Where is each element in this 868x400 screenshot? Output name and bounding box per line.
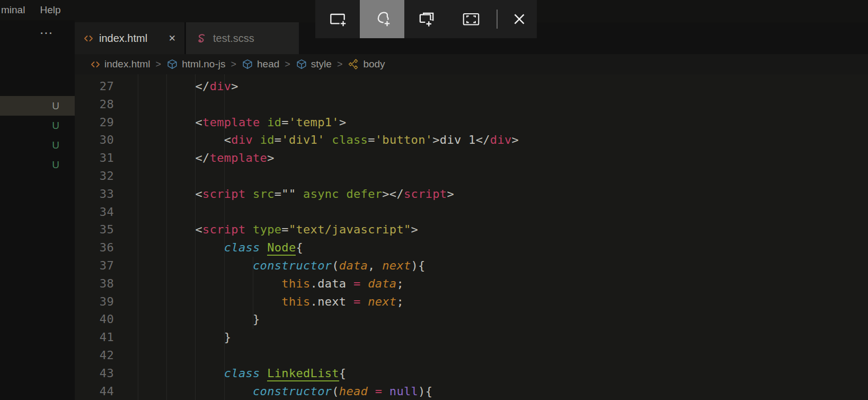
code-token: this: [281, 277, 310, 290]
breadcrumb-item-body[interactable]: body: [348, 58, 385, 70]
code-line[interactable]: constructor(head = null){: [138, 382, 432, 400]
file-list-item[interactable]: U: [0, 96, 75, 116]
code-token: ;: [396, 295, 404, 308]
tab-index-html[interactable]: index.html✕: [75, 22, 184, 54]
code-line[interactable]: class Node{: [138, 239, 303, 257]
code-token: [260, 241, 268, 254]
rect-snip-icon: [327, 9, 348, 29]
code-token: id: [260, 133, 274, 146]
rectangle-snip-button[interactable]: [315, 0, 360, 38]
code-editor[interactable]: 26272829303132333435363738394041424344 h…: [75, 74, 868, 400]
code-token: [138, 331, 224, 344]
code-token: >: [432, 133, 440, 146]
file-list-item[interactable]: U: [0, 116, 75, 135]
code-token: LinkedList: [267, 367, 339, 381]
cube-icon: [296, 58, 307, 70]
line-number: 29: [75, 114, 114, 132]
code-token: type: [253, 223, 281, 236]
menu-item-minal[interactable]: minal: [1, 4, 25, 16]
code-token: .: [311, 295, 318, 308]
more-actions-button[interactable]: ···: [40, 28, 54, 39]
code-line[interactable]: <script src="" async defer></script>: [138, 185, 454, 203]
breadcrumb-item-index-html[interactable]: index.html: [90, 58, 150, 70]
code-token: ){: [418, 385, 432, 398]
code-token: <: [138, 223, 202, 236]
code-token: template: [210, 151, 268, 164]
code-line[interactable]: class LinkedList{: [138, 364, 346, 382]
code-token: [246, 223, 253, 236]
html-icon: [90, 60, 101, 69]
code-token: ></: [382, 187, 404, 201]
code-token: <: [138, 116, 202, 129]
close-snip-button[interactable]: [502, 0, 537, 38]
code-token: >: [447, 187, 454, 201]
breadcrumb-item-head[interactable]: head: [242, 58, 279, 70]
line-number: 35: [75, 221, 114, 239]
code-token: [138, 295, 281, 308]
code-token: template: [202, 116, 260, 129]
code-token: ="": [274, 187, 296, 201]
code-token: (: [332, 259, 339, 272]
code-token: next: [382, 259, 411, 272]
line-number: 31: [75, 149, 114, 167]
code-token: =: [353, 277, 361, 290]
code-token: (: [332, 385, 339, 398]
code-line[interactable]: this.data = data;: [138, 275, 404, 293]
breadcrumb-label: html.no-js: [182, 58, 225, 70]
code-line[interactable]: </template>: [138, 149, 274, 167]
tab-close-button[interactable]: ✕: [169, 33, 176, 44]
breadcrumb-separator-icon: >: [337, 59, 343, 70]
breadcrumb-item-style[interactable]: style: [296, 58, 332, 70]
breadcrumb-label: index.html: [104, 58, 150, 70]
code-token: ){: [411, 259, 426, 272]
code-line[interactable]: }: [138, 328, 231, 346]
window-snip-icon: [417, 9, 437, 29]
code-token: </: [476, 133, 490, 146]
code-token: Node: [267, 241, 296, 256]
code-token: =: [353, 295, 361, 308]
code-token: constructor: [253, 259, 332, 272]
code-token: div: [231, 133, 253, 146]
code-token: head: [339, 385, 368, 398]
code-line[interactable]: this.next = next;: [138, 293, 404, 311]
code-token: class: [224, 367, 260, 380]
window-snip-button[interactable]: [404, 0, 449, 38]
code-token: }: [253, 312, 260, 326]
code-token: [138, 385, 253, 398]
fullscreen-snip-button[interactable]: [449, 0, 493, 38]
code-token: =: [274, 133, 282, 146]
line-number: 34: [75, 203, 114, 221]
tab-test-scss[interactable]: test.scss: [186, 22, 299, 54]
code-token: [368, 385, 375, 398]
menu-item-help[interactable]: Help: [40, 4, 60, 16]
explorer-file-list: UUUU: [0, 96, 75, 175]
code-line[interactable]: constructor(data, next){: [138, 257, 426, 275]
code-token: [296, 187, 303, 201]
file-list-item[interactable]: U: [0, 155, 75, 175]
explorer-sidebar: ··· UUUU: [0, 20, 75, 400]
line-number: 36: [75, 239, 114, 257]
code-line[interactable]: <div id='div1' class='button'>div 1</div…: [138, 131, 519, 149]
line-number: 27: [75, 77, 114, 95]
line-number: 42: [75, 346, 114, 364]
code-token: next: [317, 295, 346, 308]
code-line[interactable]: <script type="text/javascript">: [138, 221, 418, 239]
code-line[interactable]: }: [138, 310, 260, 328]
freeform-snip-button[interactable]: [360, 0, 404, 38]
breadcrumb-separator-icon: >: [156, 59, 162, 70]
vscode-window: minalHelp ··· UUUU index.html✕ test.scss…: [0, 0, 868, 400]
code-token: [138, 277, 281, 290]
code-token: id: [267, 116, 281, 129]
code-token: [346, 277, 353, 290]
code-token: [361, 277, 368, 290]
breadcrumb-item-html-no-js[interactable]: html.no-js: [166, 58, 225, 70]
line-number: 32: [75, 167, 114, 185]
file-list-item[interactable]: U: [0, 135, 75, 155]
line-number: 41: [75, 328, 114, 346]
code-line[interactable]: </div>: [138, 77, 238, 95]
code-token: class: [332, 133, 368, 146]
code-token: script: [404, 187, 447, 201]
code-token: }: [224, 331, 232, 344]
code-line[interactable]: <template id='temp1'>: [138, 114, 346, 132]
code-token: this: [281, 295, 310, 308]
